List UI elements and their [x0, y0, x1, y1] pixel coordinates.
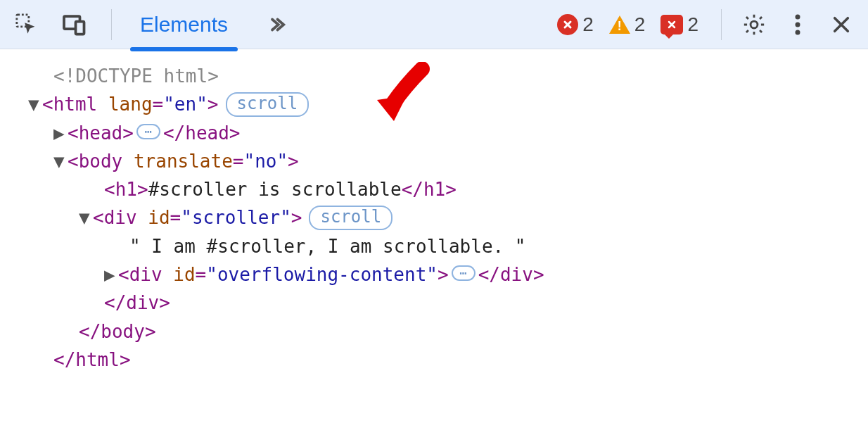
disclosure-open-icon[interactable]: ▼	[79, 203, 93, 232]
html-node-open[interactable]: ▼ <html lang="en"> scroll	[28, 90, 854, 118]
error-icon	[557, 14, 578, 35]
doctype-node[interactable]: <!DOCTYPE html>	[28, 62, 854, 90]
disclosure-open-icon[interactable]: ▼	[28, 90, 42, 118]
warnings-count: 2	[634, 13, 646, 36]
more-menu-icon[interactable]	[784, 11, 812, 39]
toolbar-divider	[721, 9, 722, 40]
tab-elements[interactable]: Elements	[134, 0, 234, 49]
settings-icon[interactable]	[740, 11, 768, 39]
warnings-indicator[interactable]: 2	[609, 13, 646, 36]
disclosure-closed-icon[interactable]: ▶	[53, 119, 68, 147]
h1-node[interactable]: <h1>#scroller is scrollable</h1>	[28, 175, 854, 203]
scroller-text-node[interactable]: " I am #scroller, I am scrollable. "	[28, 232, 854, 260]
issues-indicator[interactable]: 2	[660, 13, 698, 36]
doctype-text: <!DOCTYPE html>	[53, 62, 219, 90]
head-node[interactable]: ▶ <head> ⋯ </head>	[28, 119, 854, 147]
body-node-open[interactable]: ▼ <body translate="no">	[28, 147, 854, 175]
devtools-toolbar: Elements 2 2 2	[0, 0, 868, 49]
scroll-badge[interactable]: scroll	[226, 92, 309, 116]
body-close[interactable]: </body>	[28, 317, 854, 346]
disclosure-open-icon[interactable]: ▼	[53, 147, 68, 175]
more-tabs-icon[interactable]	[262, 11, 290, 39]
scroller-node-open[interactable]: ▼ <div id="scroller"> scroll	[28, 203, 854, 232]
elements-tree[interactable]: <!DOCTYPE html> ▼ <html lang="en"> scrol…	[0, 49, 868, 374]
svg-rect-2	[76, 21, 84, 34]
scroll-badge[interactable]: scroll	[309, 206, 392, 229]
close-icon[interactable]	[827, 11, 855, 39]
overflow-node[interactable]: ▶ <div id="overflowing-content"> ⋯ </div…	[28, 260, 854, 289]
toolbar-divider	[111, 9, 112, 40]
toolbar-left: Elements	[13, 0, 290, 49]
svg-point-4	[796, 14, 800, 19]
svg-point-6	[796, 30, 800, 34]
issue-icon	[660, 15, 683, 34]
status-group[interactable]: 2 2 2	[557, 13, 698, 36]
inspect-icon[interactable]	[13, 11, 41, 39]
svg-point-3	[751, 21, 758, 28]
disclosure-closed-icon[interactable]: ▶	[104, 260, 118, 289]
html-close[interactable]: </html>	[28, 346, 854, 374]
device-toggle-icon[interactable]	[60, 11, 89, 39]
ellipsis-icon[interactable]: ⋯	[136, 124, 160, 139]
warning-icon	[609, 15, 630, 34]
errors-indicator[interactable]: 2	[557, 13, 594, 36]
toolbar-right: 2 2 2	[557, 9, 855, 40]
ellipsis-icon[interactable]: ⋯	[452, 265, 476, 281]
svg-point-5	[796, 22, 800, 27]
errors-count: 2	[582, 13, 594, 36]
scroller-close[interactable]: </div>	[28, 289, 854, 317]
issues-count: 2	[687, 13, 698, 36]
